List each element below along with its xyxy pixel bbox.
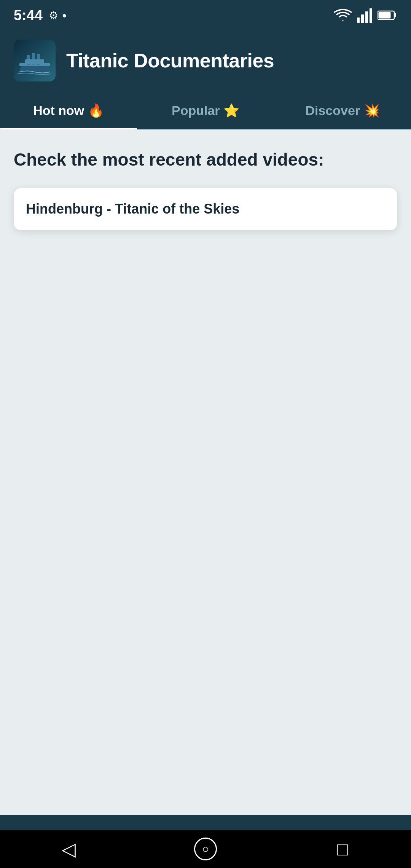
svg-rect-2: [365, 11, 368, 23]
status-bar: 5:44 ⚙ ●: [0, 0, 411, 30]
settings-icon: ⚙: [49, 9, 58, 22]
tab-popular[interactable]: Popular ⭐: [137, 92, 274, 129]
home-button[interactable]: ○: [190, 834, 221, 864]
main-content: Check the most recent added videos:: [0, 129, 411, 815]
back-button[interactable]: ◁: [53, 834, 84, 864]
svg-rect-6: [379, 12, 391, 19]
video-caption-hindenburg: Hindenburg - Titanic of the Skies: [14, 188, 397, 230]
section-title: Check the most recent added videos:: [14, 148, 397, 171]
bottom-nav: ◁ ○ □: [0, 830, 411, 868]
status-time: 5:44: [14, 7, 43, 24]
dot-icon: ●: [62, 11, 67, 20]
back-icon: ◁: [62, 838, 76, 860]
svg-rect-0: [357, 18, 360, 23]
app-header: Titanic Documentaries: [0, 30, 411, 92]
status-icons: ⚙ ●: [49, 9, 67, 22]
recents-button[interactable]: □: [327, 834, 358, 864]
tab-hot-now[interactable]: Hot now 🔥: [0, 92, 137, 129]
svg-rect-3: [370, 8, 372, 23]
status-bar-left: 5:44 ⚙ ●: [14, 7, 67, 24]
video-card-hindenburg[interactable]: Hindenburg - Titanic of the Skies: [14, 188, 397, 230]
svg-rect-11: [25, 59, 44, 64]
tab-discover[interactable]: Discover 💥: [274, 92, 411, 129]
recents-icon: □: [337, 839, 348, 860]
signal-icon: [357, 8, 372, 23]
battery-icon: [378, 10, 397, 21]
status-bar-right: [334, 8, 397, 23]
logo-icon: [18, 43, 52, 78]
svg-rect-5: [394, 13, 396, 17]
svg-rect-1: [361, 14, 364, 23]
home-icon: ○: [194, 838, 217, 860]
tabs-container: Hot now 🔥 Popular ⭐ Discover 💥: [0, 92, 411, 129]
app-logo: [14, 40, 56, 81]
app-title: Titanic Documentaries: [66, 49, 274, 72]
wifi-icon: [334, 8, 352, 22]
